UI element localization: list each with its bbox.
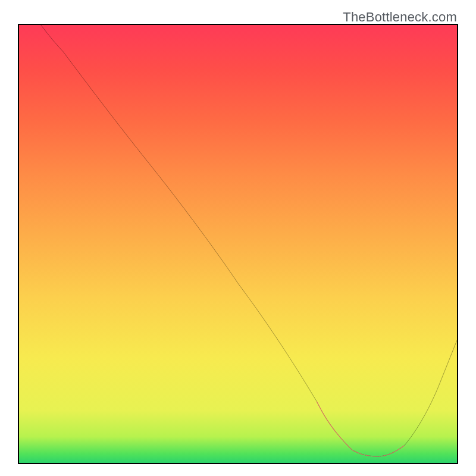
attribution-label: TheBottleneck.com [343,10,457,25]
bottleneck-curve [41,25,457,456]
chart-svg [19,25,457,463]
chart-frame: TheBottleneck.com [6,6,470,470]
plot-area [18,24,458,464]
optimal-zone-highlight [317,402,404,456]
